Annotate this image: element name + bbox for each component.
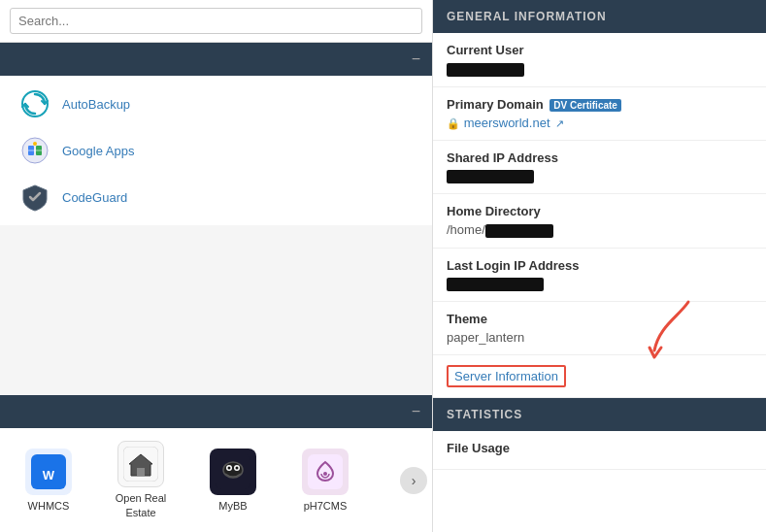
svg-point-17 <box>323 472 327 476</box>
menu-item-autobackup[interactable]: AutoBackup <box>0 81 432 127</box>
svg-point-15 <box>236 466 239 469</box>
autobackup-icon <box>19 88 50 119</box>
server-info-link[interactable]: Server Information <box>447 365 566 387</box>
nav-arrow[interactable]: › <box>400 467 427 494</box>
ph7-icon <box>302 449 349 495</box>
whmcs-icon: W <box>25 449 72 495</box>
nav-item-ph7[interactable]: pH7CMS <box>282 444 369 517</box>
general-info-header: GENERAL INFORMATION <box>433 0 766 33</box>
mybb-icon <box>210 449 256 495</box>
home-dir-label: Home Directory <box>447 204 752 218</box>
primary-domain-row: Primary Domain DV Certificate 🔒 meerswor… <box>433 87 766 141</box>
server-info-value: Server Information <box>447 365 752 387</box>
home-dir-prefix: /home/ <box>447 222 485 237</box>
theme-value: paper_lantern <box>447 330 752 345</box>
home-dir-redacted <box>485 224 553 238</box>
menu-items: AutoBackup Google Apps <box>0 76 432 225</box>
server-info-row: Server Information <box>433 355 766 398</box>
section1-header: − <box>0 43 432 76</box>
svg-rect-9 <box>137 468 145 476</box>
theme-row: Theme paper_lantern <box>433 302 766 355</box>
section2-header: − <box>0 395 432 428</box>
current-user-label: Current User <box>447 43 752 57</box>
right-panel: GENERAL INFORMATION Current User Primary… <box>432 0 766 532</box>
dv-badge: DV Certificate <box>550 99 621 112</box>
current-user-redacted <box>447 63 524 77</box>
nav-item-whmcs[interactable]: W WHMCS <box>5 444 92 517</box>
mybb-label: MyBB <box>218 499 247 513</box>
shared-ip-value <box>447 169 752 184</box>
primary-domain-label: Primary Domain DV Certificate <box>447 97 752 112</box>
realestate-icon <box>117 441 164 487</box>
codeguard-label: CodeGuard <box>62 190 127 205</box>
nav-item-realestate[interactable]: Open Real Estate <box>97 436 184 524</box>
last-login-label: Last Login IP Address <box>447 258 752 273</box>
spacer <box>0 225 432 395</box>
codeguard-icon <box>19 182 50 213</box>
last-login-redacted <box>447 278 544 291</box>
search-input[interactable] <box>10 8 422 34</box>
home-dir-row: Home Directory /home/ <box>433 194 766 249</box>
primary-domain-value: 🔒 meersworld.net ↗ <box>447 116 752 130</box>
file-usage-row: File Usage <box>433 431 766 470</box>
bottom-nav: W WHMCS Open Real Estate <box>0 428 432 532</box>
autobackup-label: AutoBackup <box>62 97 130 112</box>
realestate-label: Open Real Estate <box>102 491 180 519</box>
shared-ip-redacted <box>447 170 534 183</box>
lock-icon: 🔒 <box>447 117 460 129</box>
ph7-label: pH7CMS <box>304 499 348 513</box>
svg-point-11 <box>223 462 243 478</box>
svg-point-14 <box>228 466 231 469</box>
home-dir-value: /home/ <box>447 222 752 238</box>
section1-collapse[interactable]: − <box>412 50 420 68</box>
shared-ip-label: Shared IP Address <box>447 150 752 165</box>
file-usage-label: File Usage <box>447 441 752 455</box>
shared-ip-row: Shared IP Address <box>433 141 766 195</box>
section2-collapse[interactable]: − <box>412 403 420 420</box>
googleapps-icon <box>19 135 50 166</box>
svg-rect-4 <box>28 150 42 151</box>
left-panel: − AutoBackup <box>0 0 432 532</box>
last-login-row: Last Login IP Address <box>433 249 766 303</box>
svg-text:W: W <box>43 468 55 482</box>
nav-item-mybb[interactable]: MyBB <box>189 444 277 517</box>
whmcs-label: WHMCS <box>28 499 70 513</box>
menu-item-googleapps[interactable]: Google Apps <box>0 127 432 174</box>
domain-link[interactable]: meersworld.net <box>464 116 550 130</box>
menu-item-codeguard[interactable]: CodeGuard <box>0 174 432 220</box>
stats-header: STATISTICS <box>433 398 766 431</box>
current-user-row: Current User <box>433 33 766 87</box>
external-link-icon: ↗ <box>555 117 564 129</box>
theme-label: Theme <box>447 312 752 326</box>
googleapps-label: Google Apps <box>62 144 134 158</box>
last-login-value <box>447 277 752 292</box>
svg-point-5 <box>33 142 37 146</box>
search-bar <box>0 0 432 43</box>
current-user-value <box>447 61 752 77</box>
